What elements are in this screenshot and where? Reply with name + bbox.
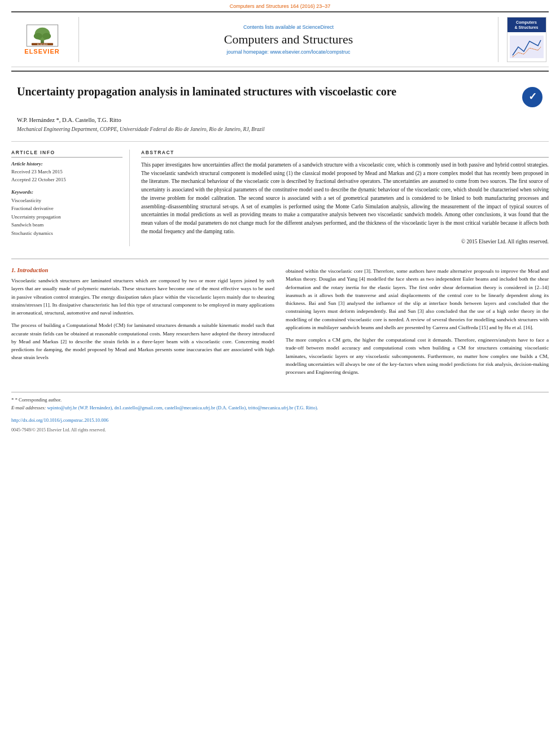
science-direct-link[interactable]: ScienceDirect: [303, 24, 334, 30]
keyword-3: Uncertainty propagation: [11, 213, 123, 221]
thumb-graphic: [510, 36, 544, 58]
intro-right-para2: The more complex a CM gets, the higher t…: [286, 336, 549, 376]
main-divider: [11, 259, 549, 259]
body-right-col: obtained within the viscoelastic core [3…: [286, 267, 549, 381]
accepted-date: Accepted 22 October 2015: [11, 176, 123, 184]
journal-homepage: journal homepage: www.elsevier.com/locat…: [226, 49, 350, 55]
article-title: Uncertainty propagation analysis in lami…: [17, 84, 522, 99]
keyword-1: Viscoelasticity: [11, 196, 123, 204]
issn-line: 0045-7949/© 2015 Elsevier Ltd. All right…: [0, 427, 560, 437]
article-info-abstract: ARTICLE INFO Article history: Received 2…: [0, 145, 560, 246]
keyword-2: Fractional derivative: [11, 204, 123, 212]
intro-para1: Viscoelastic sandwich structures are lam…: [11, 277, 274, 317]
crossmark-icon: ✓: [522, 86, 543, 108]
footnote-corresponding: * * Corresponding author.: [11, 396, 549, 404]
svg-text:ELSEVIER: ELSEVIER: [37, 43, 47, 46]
volume-info: Computers and Structures 164 (2016) 23–3…: [230, 3, 331, 9]
bottom-doi: http://dx.doi.org/10.1016/j.compstruc.20…: [0, 414, 560, 428]
elsevier-logo: ELSEVIER ELSEVIER: [24, 24, 59, 55]
article-divider: [11, 141, 549, 142]
journal-header-center: Contents lists available at ScienceDirec…: [79, 17, 498, 62]
main-content: 1. Introduction Viscoelastic sandwich st…: [0, 246, 560, 386]
journal-title: Computers and Structures: [224, 32, 353, 47]
doi-bar: Computers and Structures 164 (2016) 23–3…: [0, 0, 560, 11]
svg-point-4: [33, 33, 42, 39]
received-date: Received 23 March 2015: [11, 168, 123, 176]
elsevier-logo-area: ELSEVIER ELSEVIER: [11, 17, 79, 62]
elsevier-tree-icon: ELSEVIER: [25, 24, 59, 47]
svg-point-5: [42, 33, 51, 39]
history-label: Article history:: [11, 161, 123, 167]
keyword-5: Stochastic dynamics: [11, 229, 123, 237]
header-divider: [11, 71, 549, 72]
affiliation-line: Mechanical Engineering Department, COPPE…: [0, 125, 560, 138]
footnote-emails: E-mail addresses: wpinto@ufrj.br (W.P. H…: [11, 404, 549, 412]
copyright-text: © 2015 Elsevier Ltd. All rights reserved…: [141, 238, 549, 246]
svg-text:✓: ✓: [528, 91, 537, 102]
authors-line: W.P. Hernández *, D.A. Castello, T.G. Ri…: [0, 113, 560, 125]
keywords-list: Viscoelasticity Fractional derivative Un…: [11, 196, 123, 237]
intro-para2: The process of building a Computational …: [11, 321, 274, 361]
body-left-col: 1. Introduction Viscoelastic sandwich st…: [11, 267, 274, 381]
footnote-area: * * Corresponding author. E-mail address…: [11, 392, 549, 414]
thumb-title: Computers & Structures: [509, 20, 545, 30]
elsevier-brand-text: ELSEVIER: [24, 48, 59, 55]
abstract-label: ABSTRACT: [141, 150, 549, 158]
keywords-label: Keywords:: [11, 189, 123, 195]
journal-thumbnail-area: Computers & Structures: [498, 17, 549, 62]
keyword-4: Sandwich beam: [11, 221, 123, 229]
intro-right-para1: obtained within the viscoelastic core [3…: [286, 267, 549, 331]
journal-header: ELSEVIER ELSEVIER Contents lists availab…: [11, 11, 549, 67]
journal-thumbnail: Computers & Structures: [507, 17, 546, 62]
article-info-label: ARTICLE INFO: [11, 150, 123, 158]
abstract-col: ABSTRACT This paper investigates how unc…: [139, 150, 549, 246]
article-info-col: ARTICLE INFO Article history: Received 2…: [11, 150, 130, 246]
contents-text: Contents lists available at: [243, 24, 301, 30]
article-title-area: Uncertainty propagation analysis in lami…: [0, 75, 560, 113]
intro-heading: 1. Introduction: [11, 267, 274, 273]
abstract-text: This paper investigates how uncertaintie…: [141, 161, 549, 246]
body-columns: 1. Introduction Viscoelastic sandwich st…: [11, 267, 549, 381]
contents-available-text: Contents lists available at ScienceDirec…: [243, 24, 334, 30]
